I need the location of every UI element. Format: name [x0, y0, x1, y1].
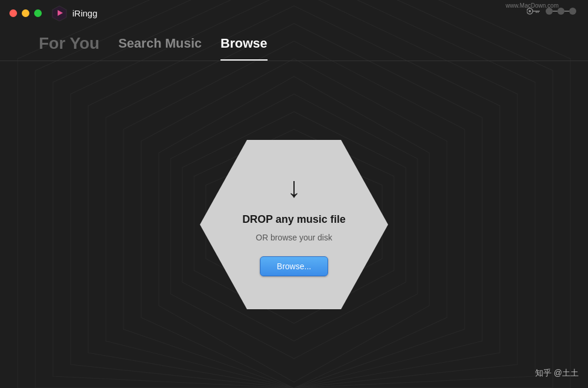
minimize-button[interactable] — [22, 9, 29, 17]
browse-button[interactable]: Browse... — [260, 256, 328, 276]
titlebar: iRingg — [0, 0, 588, 26]
drop-zone-container: ↓ DROP any music file OR browse your dis… — [200, 131, 388, 319]
app-icon — [51, 5, 68, 21]
watermark: 知乎 @土土 — [535, 368, 579, 379]
close-button[interactable] — [9, 9, 17, 17]
drop-arrow-icon: ↓ — [287, 173, 301, 202]
window-controls — [9, 9, 42, 17]
app-logo: iRingg — [51, 5, 98, 21]
nav-bar: For You Search Music Browse — [0, 26, 588, 61]
maximize-button[interactable] — [34, 9, 42, 17]
svg-point-21 — [546, 8, 553, 15]
drop-title: DROP any music file — [242, 213, 346, 226]
svg-point-22 — [557, 8, 564, 15]
app-name: iRingg — [72, 8, 98, 18]
tab-for-you[interactable]: For You — [29, 26, 109, 61]
svg-point-23 — [569, 8, 576, 15]
tab-browse[interactable]: Browse — [211, 26, 276, 61]
drop-zone[interactable]: ↓ DROP any music file OR browse your dis… — [200, 131, 388, 319]
key-icon — [527, 7, 540, 15]
top-right-controls — [527, 7, 579, 15]
drop-subtitle: OR browse your disk — [256, 233, 332, 242]
main-content: ↓ DROP any music file OR browse your dis… — [0, 61, 588, 388]
svg-point-17 — [529, 10, 531, 12]
control-dots — [543, 7, 579, 15]
tab-search-music[interactable]: Search Music — [109, 26, 211, 61]
